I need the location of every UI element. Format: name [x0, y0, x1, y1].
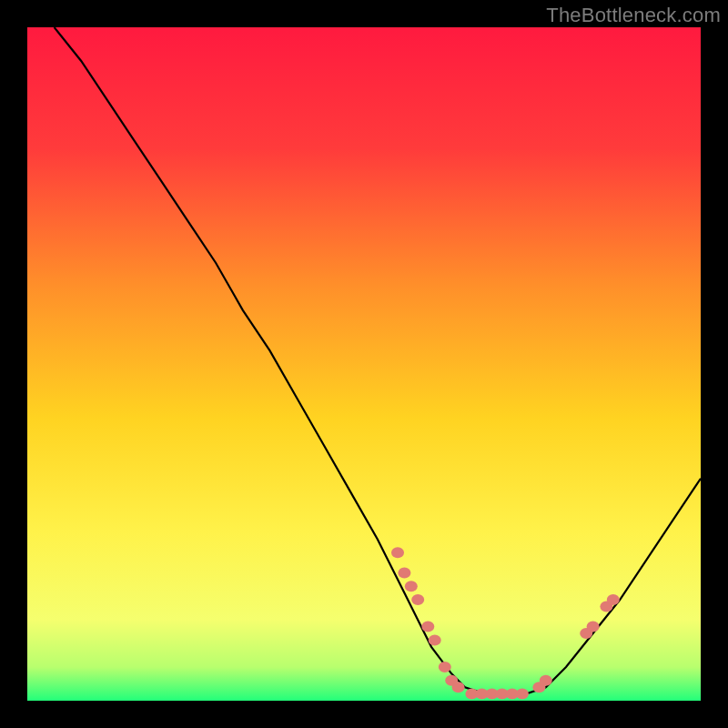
chart-frame: TheBottleneck.com [0, 0, 728, 728]
plot-area [27, 27, 701, 701]
curve-marker [398, 567, 410, 578]
curve-marker [587, 622, 600, 632]
gradient-background [27, 27, 701, 701]
curve-marker [411, 594, 424, 605]
attribution-label: TheBottleneck.com [546, 4, 721, 27]
curve-marker [607, 594, 620, 605]
curve-marker [516, 689, 529, 700]
curve-marker [429, 634, 441, 645]
curve-marker [391, 547, 404, 558]
curve-marker [452, 682, 465, 693]
curve-marker [421, 622, 434, 632]
bottleneck-chart [27, 27, 701, 701]
curve-marker [439, 662, 451, 672]
curve-marker [540, 675, 552, 686]
curve-marker [405, 581, 418, 592]
